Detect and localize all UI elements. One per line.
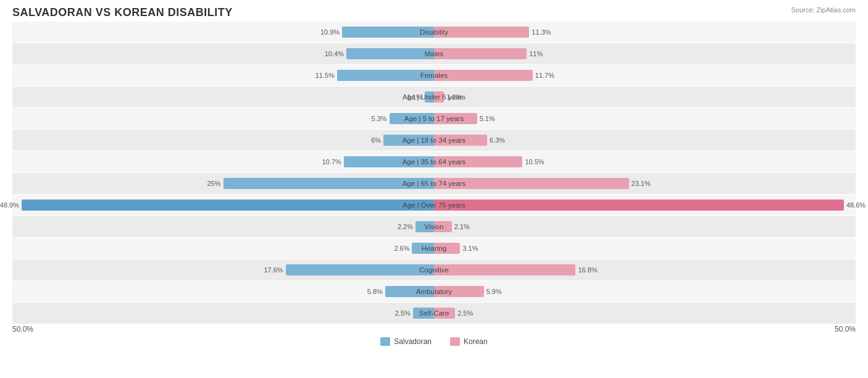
- bar-row: 17.6% Cognitive 16.8%: [12, 259, 856, 280]
- chart-container: SALVADORAN VS KOREAN DISABILITY Source: …: [0, 0, 868, 378]
- right-section: 3.1%: [434, 238, 856, 259]
- bar-left: 10.7%: [344, 156, 434, 167]
- right-value-label: 2.5%: [457, 309, 473, 317]
- right-value-label: 5.9%: [486, 288, 502, 295]
- right-section: 2.1%: [434, 216, 856, 237]
- left-section: 25%: [12, 173, 434, 194]
- bar-row: 6% Age | 18 to 34 years 6.3%: [12, 130, 856, 151]
- bar-row: 48.9% Age | Over 75 years 48.6%: [12, 195, 856, 216]
- right-section: 16.8%: [434, 259, 856, 280]
- left-value-label: 17.6%: [264, 266, 283, 274]
- bar-right: 1.2%: [434, 91, 444, 103]
- bar-row: 10.9% Disability 11.3%: [12, 22, 856, 43]
- right-section: 5.9%: [434, 281, 856, 302]
- right-value-label: 11.7%: [535, 72, 554, 79]
- bar-row: 25% Age | 65 to 74 years 23.1%: [12, 173, 856, 194]
- left-section: 1.1%: [12, 86, 434, 107]
- right-section: 5.1%: [434, 108, 856, 129]
- bar-right: 2.1%: [434, 221, 452, 232]
- right-value-label: 1.2%: [446, 93, 462, 101]
- legend-korean-label: Korean: [464, 337, 488, 346]
- left-value-label: 48.9%: [0, 201, 19, 209]
- left-value-label: 10.7%: [322, 158, 341, 166]
- bar-row: 2.2% Vision 2.1%: [12, 216, 856, 237]
- right-section: 6.3%: [434, 130, 856, 151]
- right-value-label: 5.1%: [480, 115, 495, 122]
- legend-item-salvadoran: Salvadoran: [380, 337, 432, 346]
- left-section: 2.5%: [12, 303, 434, 324]
- right-section: 11.3%: [434, 22, 856, 43]
- bar-row: 11.5% Females 11.7%: [12, 65, 856, 86]
- right-section: 10.5%: [434, 151, 856, 172]
- bar-left: 2.2%: [415, 221, 434, 232]
- right-section: 11.7%: [434, 65, 856, 86]
- chart-area: 10.9% Disability 11.3% 10.4% Males 11% 1…: [12, 22, 856, 324]
- bar-right: 5.1%: [434, 113, 477, 124]
- left-section: 5.8%: [12, 281, 434, 302]
- bar-left: 6%: [383, 135, 434, 146]
- bar-right: 2.5%: [434, 308, 455, 319]
- left-section: 10.9%: [12, 22, 434, 43]
- bar-left: 1.1%: [425, 91, 434, 103]
- left-value-label: 2.2%: [398, 223, 413, 230]
- left-value-label: 11.5%: [315, 72, 335, 79]
- left-value-label: 6%: [371, 136, 381, 144]
- right-value-label: 6.3%: [490, 136, 505, 144]
- bar-row: 2.6% Hearing 3.1%: [12, 238, 856, 259]
- left-section: 10.4%: [12, 43, 434, 64]
- bar-row: 5.8% Ambulatory 5.9%: [12, 281, 856, 302]
- bar-right: 16.8%: [434, 264, 575, 275]
- legend-salvadoran-label: Salvadoran: [394, 337, 432, 346]
- left-value-label: 25%: [207, 180, 220, 187]
- bar-right: 5.9%: [434, 286, 484, 297]
- right-section: 1.2%: [434, 86, 856, 107]
- bar-left: 25%: [223, 178, 435, 189]
- left-value-label: 1.1%: [407, 93, 422, 101]
- right-section: 48.6%: [434, 195, 856, 216]
- right-section: 2.5%: [434, 303, 856, 324]
- right-section: 23.1%: [434, 173, 856, 194]
- bar-left: 11.5%: [337, 70, 434, 81]
- left-section: 6%: [12, 130, 434, 151]
- right-value-label: 10.5%: [525, 158, 544, 166]
- bar-right: 10.5%: [434, 156, 522, 167]
- left-value-label: 2.5%: [395, 309, 411, 317]
- right-value-label: 11.3%: [532, 28, 551, 36]
- left-section: 17.6%: [12, 259, 434, 280]
- bar-right: 23.1%: [434, 178, 629, 189]
- bar-left: 5.3%: [390, 113, 434, 124]
- bar-left: 2.6%: [412, 243, 434, 254]
- bar-right: 11.7%: [434, 70, 533, 81]
- left-section: 10.7%: [12, 151, 434, 172]
- bar-left: 48.9%: [22, 200, 434, 211]
- right-value-label: 2.1%: [454, 223, 470, 230]
- source-label: Source: ZipAtlas.com: [791, 6, 856, 14]
- left-value-label: 2.6%: [394, 245, 409, 252]
- korean-color-swatch: [450, 337, 460, 346]
- right-value-label: 3.1%: [462, 245, 478, 252]
- bar-left: 10.4%: [346, 48, 434, 59]
- salvadoran-color-swatch: [380, 337, 390, 346]
- bar-row: 5.3% Age | 5 to 17 years 5.1%: [12, 108, 856, 129]
- bar-left: 17.6%: [286, 264, 434, 275]
- bar-left: 5.8%: [385, 286, 434, 297]
- bar-right: 11.3%: [434, 27, 529, 38]
- bar-right: 48.6%: [434, 200, 844, 211]
- bottom-labels: 50.0% 50.0%: [12, 325, 856, 334]
- chart-title: SALVADORAN VS KOREAN DISABILITY: [12, 6, 856, 19]
- left-value-label: 5.8%: [367, 288, 383, 295]
- legend-item-korean: Korean: [450, 337, 488, 346]
- bottom-right-label: 50.0%: [835, 325, 856, 334]
- right-section: 11%: [434, 43, 856, 64]
- left-section: 5.3%: [12, 108, 434, 129]
- left-section: 48.9%: [12, 195, 434, 216]
- bar-row: 10.7% Age | 35 to 64 years 10.5%: [12, 151, 856, 172]
- right-value-label: 16.8%: [578, 266, 597, 274]
- left-section: 2.2%: [12, 216, 434, 237]
- left-value-label: 10.4%: [325, 50, 344, 57]
- bar-left: 2.5%: [413, 308, 434, 319]
- bar-left: 10.9%: [342, 27, 434, 38]
- right-value-label: 11%: [529, 50, 543, 57]
- bar-row: 2.5% Self-Care 2.5%: [12, 303, 856, 324]
- bar-right: 6.3%: [434, 135, 487, 146]
